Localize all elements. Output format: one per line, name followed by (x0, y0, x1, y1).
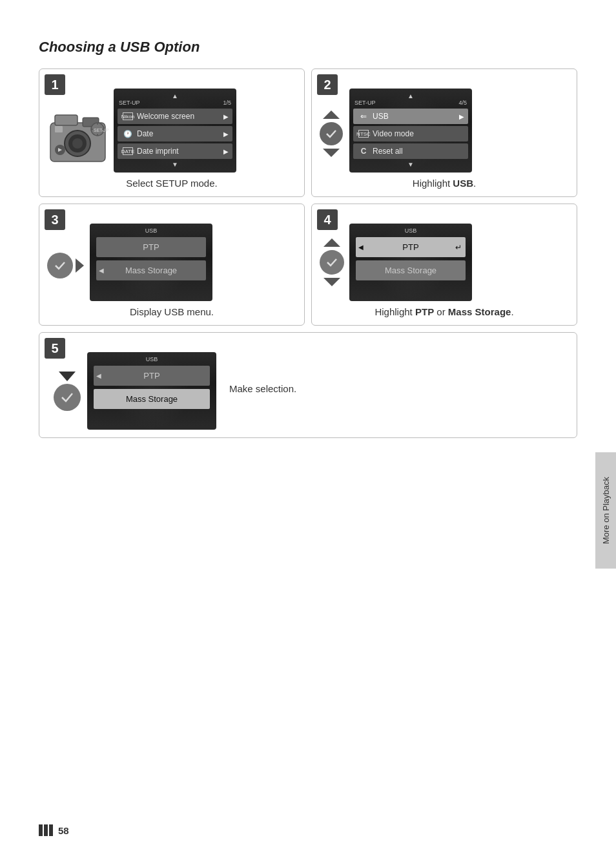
step-4-number: 4 (317, 209, 338, 230)
confirm-button-2 (320, 122, 343, 145)
step-3-number: 3 (45, 209, 65, 230)
page-num-bars (39, 824, 53, 836)
left-arrow-ptp-5: ◀ (96, 372, 101, 379)
step-1-box: 1 SETUP (39, 68, 305, 197)
step-1-inner: SETUP ▲ SET-UP 1/5 (47, 77, 296, 173)
date-imprint-icon: DATE (123, 147, 133, 155)
step-3-caption: Display USB menu. (130, 306, 214, 317)
step-2-header: SET-UP 4/5 (353, 100, 468, 106)
step-3-screen: USB PTP ◀ Mass Storage (90, 224, 212, 301)
menu-item-welcome: Nikon Welcome screen ▶ (118, 109, 232, 124)
step-1-header-label: SET-UP (119, 100, 140, 106)
clock-icon: 🕐 (123, 130, 133, 138)
menu-item-reset: C Reset all (353, 143, 468, 159)
usb-menu-ptp-4: ◀ PTP ↵ (356, 237, 466, 257)
step-4-caption: Highlight PTP or Mass Storage. (375, 306, 513, 317)
step-2-box: 2 ▲ SET-UP (311, 68, 577, 197)
step-5-box: 5 USB ◀ PTP Mass Storage (39, 332, 577, 438)
svg-marker-20 (59, 372, 76, 381)
step-2-number: 2 (317, 74, 338, 95)
usb-menu-ptp-5: ◀ PTP (94, 366, 210, 386)
date-label: Date (137, 129, 153, 138)
mass-storage-label-3: Mass Storage (125, 266, 177, 275)
arrow-right-date: ▶ (223, 131, 229, 138)
confirm-button-3 (47, 253, 73, 278)
step-4-inner: USB ◀ PTP ↵ Mass Storage (320, 212, 569, 301)
step-2-caption: Highlight USB. (413, 178, 476, 189)
step-3-box: 3 USB PTP ◀ (39, 204, 305, 326)
svg-marker-15 (323, 110, 340, 119)
left-arrow-ptp-4: ◀ (358, 244, 364, 251)
usb-icon: ⇐ (358, 112, 369, 120)
nikon-icon: Nikon (123, 112, 133, 120)
step-5-nav (54, 371, 81, 411)
confirm-button-4 (320, 250, 344, 275)
arrow-right-imprint: ▶ (223, 148, 229, 155)
svg-point-4 (72, 138, 83, 149)
nav-down-icon-4 (323, 277, 341, 286)
welcome-label: Welcome screen (137, 112, 194, 121)
sidebar-label: More on Playback (601, 477, 611, 544)
step-5-caption: Make selection. (229, 383, 296, 394)
step-4-header: USB (353, 227, 468, 234)
step-1-screen: ▲ SET-UP 1/5 Nikon Welcome screen ▶ 🕐 Da… (114, 89, 236, 173)
left-arrow-mass-3: ◀ (99, 267, 104, 274)
arrow-down-1: ▼ (118, 161, 232, 168)
mass-storage-label-4: Mass Storage (385, 266, 436, 275)
step-5-number: 5 (45, 338, 65, 359)
svg-marker-17 (76, 258, 84, 273)
nav-up-icon-4 (323, 238, 341, 247)
menu-item-usb: ⇐ USB ▶ (353, 109, 468, 124)
page-title: Choosing a USB Option (39, 39, 577, 56)
reset-icon: C (358, 147, 369, 155)
step-1-page: 1/5 (223, 100, 231, 106)
svg-rect-1 (55, 115, 77, 125)
step-4-screen: USB ◀ PTP ↵ Mass Storage (349, 224, 472, 301)
nav-down-icon-2 (322, 148, 341, 157)
nav-up-icon (322, 110, 341, 120)
usb-menu-ptp-3: PTP (96, 237, 206, 257)
step-4-box: 4 USB ◀ (311, 204, 577, 326)
mass-storage-label-5: Mass Storage (126, 394, 178, 404)
step-1-header: SET-UP 1/5 (118, 100, 232, 106)
step-5-screen: USB ◀ PTP Mass Storage (87, 352, 216, 430)
ntsc-icon: NTSC (358, 130, 369, 138)
arrow-down-2: ▼ (353, 161, 468, 168)
bar-3 (49, 824, 53, 836)
step-2-page: 4/5 (458, 100, 467, 106)
step-3-header: USB (94, 227, 209, 234)
svg-marker-16 (323, 149, 340, 157)
bar-2 (44, 824, 48, 836)
usb-menu-mass-3: ◀ Mass Storage (96, 260, 206, 280)
menu-item-date: 🕐 Date ▶ (118, 126, 232, 142)
bar-1 (39, 824, 43, 836)
usb-menu-mass-4: Mass Storage (356, 260, 466, 280)
arrow-up-2: ▲ (353, 92, 468, 100)
reset-label: Reset all (373, 147, 403, 156)
date-imprint-label: Date imprint (137, 147, 179, 156)
step-2-inner: ▲ SET-UP 4/5 ⇐ USB ▶ NTSC Video mode (320, 77, 569, 173)
step-1-number: 1 (45, 74, 65, 95)
step-5-header: USB (91, 356, 212, 362)
arrow-up-1: ▲ (118, 92, 232, 100)
step-5-inner: USB ◀ PTP Mass Storage (47, 341, 216, 430)
svg-text:SETUP: SETUP (94, 128, 108, 132)
step-3-inner: USB PTP ◀ Mass Storage (47, 212, 296, 301)
right-arrow-icon-3 (76, 258, 85, 273)
step-1-caption: Select SETUP mode. (126, 178, 217, 189)
video-label: Video mode (373, 129, 414, 138)
confirm-button-5 (54, 384, 81, 411)
ptp-label-3: PTP (143, 242, 159, 252)
sidebar-tab: More on Playback (595, 452, 616, 569)
step-2-screen: ▲ SET-UP 4/5 ⇐ USB ▶ NTSC Video mode (349, 89, 472, 173)
arrow-right-welcome: ▶ (223, 113, 229, 120)
arrow-right-usb: ▶ (459, 113, 464, 120)
page-content: Choosing a USB Option 1 (0, 0, 616, 470)
steps-row-1: 1 SETUP (39, 68, 577, 197)
menu-item-date-imprint: DATE Date imprint ▶ (118, 143, 232, 159)
confirm-arrow-4: ↵ (455, 243, 462, 252)
svg-rect-6 (55, 126, 63, 132)
nav-down-arrow-5 (58, 371, 76, 381)
camera-icon: SETUP (47, 110, 108, 165)
page-number-area: 58 (39, 824, 69, 836)
